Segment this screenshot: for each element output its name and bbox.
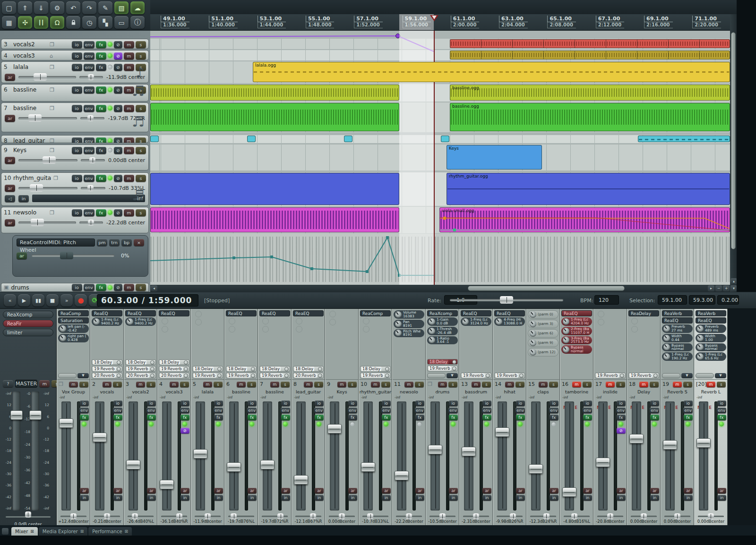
volume-slider[interactable] <box>18 117 77 119</box>
close-envelope-button[interactable]: × <box>134 239 144 246</box>
mute-button[interactable]: m <box>124 105 134 112</box>
mute-button[interactable]: m <box>170 382 179 387</box>
pan-handle[interactable] <box>88 220 94 226</box>
envelope-name-field[interactable]: ReaControlMIDI: Pitch Wheel <box>17 238 95 247</box>
fx-param-knob[interactable]: Bypassnormal <box>561 345 592 354</box>
send-slot[interactable]: 19:Reverb <box>461 373 491 378</box>
strip-name[interactable]: vocals2 <box>124 389 157 395</box>
fx-collapse-bar[interactable] <box>58 373 77 378</box>
io-button[interactable]: io <box>684 400 693 406</box>
io-button[interactable]: io <box>72 137 82 144</box>
master-fader-left[interactable] <box>13 392 20 511</box>
pan-slider[interactable] <box>596 513 624 519</box>
volume-handle[interactable] <box>28 114 42 122</box>
send-knob[interactable] <box>150 374 155 378</box>
send-slot[interactable]: 18:Delay <box>427 359 458 365</box>
strip-name[interactable]: vocals3 <box>158 389 190 395</box>
fx-button[interactable]: fx <box>147 415 156 420</box>
send-slot[interactable]: 18:Delay <box>293 366 324 372</box>
fx-param-knob[interactable]: (parm 0) <box>528 310 558 319</box>
pan-slider[interactable] <box>697 513 725 519</box>
transport-time-display[interactable]: 60.3.00 / 1:59.000 <box>97 294 198 307</box>
media-item[interactable] <box>344 136 352 142</box>
env-button[interactable]: env <box>84 41 95 48</box>
mixer-strip-vocals2[interactable]: ReaEQ1-Freq (Lc9400.2 Hz18:Delay19:Rever… <box>124 309 157 525</box>
track-name[interactable]: drums <box>11 284 45 291</box>
strip-name[interactable]: rhythm_guitar <box>359 389 392 395</box>
volume-fader[interactable] <box>397 401 406 511</box>
fx-button[interactable]: fx <box>717 415 726 420</box>
selection-end-field[interactable]: 59.3.00 <box>689 295 715 305</box>
strip-name[interactable]: newsolo <box>393 389 425 395</box>
solo-button[interactable]: s <box>281 382 290 387</box>
param-mod-button[interactable]: pm <box>97 239 107 246</box>
pan-handle[interactable] <box>473 513 479 519</box>
fx-button[interactable]: fx <box>96 52 106 60</box>
pan-handle[interactable] <box>87 115 94 121</box>
input-button[interactable]: in <box>482 495 491 501</box>
mute-button[interactable]: m <box>606 382 615 387</box>
strip-name[interactable]: drums <box>426 389 459 395</box>
fx-button[interactable]: fx <box>96 41 106 48</box>
mute-button[interactable]: m <box>103 382 112 387</box>
volume-fader[interactable] <box>598 401 608 511</box>
fx-slot[interactable]: ReaComp <box>58 310 89 316</box>
send-knob[interactable] <box>117 360 121 365</box>
io-button[interactable]: io <box>449 400 458 406</box>
vertical-scrollbar[interactable]: ▴ ▾ <box>730 14 737 292</box>
arm-button[interactable]: ar <box>348 488 357 494</box>
metronome-button[interactable]: ✎ <box>98 1 112 14</box>
fader-handle[interactable] <box>395 471 409 480</box>
mute-button[interactable]: m <box>124 175 134 182</box>
fx-button[interactable]: fx <box>382 415 391 420</box>
io-button[interactable]: io <box>617 400 626 406</box>
fx-slot[interactable]: ReaEQ <box>125 310 156 316</box>
strip-name[interactable]: bassline <box>225 389 258 395</box>
mute-button[interactable]: m <box>124 137 134 144</box>
env-button[interactable]: env <box>113 408 122 413</box>
env-button[interactable]: env <box>84 86 95 94</box>
arm-button[interactable]: ar <box>449 488 458 494</box>
mute-button[interactable]: m <box>337 382 346 387</box>
io-button[interactable]: io <box>650 400 659 406</box>
media-item[interactable] <box>450 39 730 48</box>
pan-handle[interactable] <box>708 513 714 519</box>
solo-button[interactable]: s <box>717 382 726 387</box>
arm-button[interactable]: ar <box>684 488 693 494</box>
volume-fader[interactable] <box>330 401 339 511</box>
volume-fader[interactable] <box>699 401 708 511</box>
mixer-strip-hihat[interactable]: ReaEQ4-Freq (Hi13088.0 H19:Reverb14mshih… <box>493 309 526 525</box>
io-button[interactable]: io <box>72 64 82 71</box>
fader-handle[interactable] <box>428 445 442 454</box>
media-item[interactable] <box>638 136 730 142</box>
fx-param-knob[interactable]: Bypassnormal <box>662 343 693 352</box>
fx-button[interactable]: fx <box>214 415 223 420</box>
pan-slider[interactable] <box>227 513 255 519</box>
mute-button[interactable]: m <box>371 382 380 387</box>
strip-name[interactable]: Delay <box>627 389 660 395</box>
mixer-strip-bassline[interactable]: ReaEQ18:Delay19:Reverb7msbassline-infioe… <box>258 309 292 525</box>
volume-fader[interactable] <box>129 401 138 511</box>
mute-button[interactable]: m <box>124 209 134 216</box>
pan-slider[interactable] <box>529 513 557 519</box>
send-slot[interactable]: 19:Reverb <box>92 366 122 372</box>
send-slot[interactable]: 19:Reverb <box>226 373 257 378</box>
send-knob[interactable] <box>486 374 490 378</box>
snap-magnet-button[interactable]: Ω <box>50 16 64 29</box>
env-button[interactable]: env <box>549 408 558 413</box>
solo-button[interactable]: s <box>136 137 146 144</box>
send-knob[interactable] <box>452 366 456 371</box>
io-button[interactable]: io <box>348 400 357 406</box>
fader-handle[interactable] <box>361 462 375 472</box>
arm-button[interactable]: ar <box>214 488 223 494</box>
send-knob[interactable] <box>284 374 289 378</box>
fx-param-knob[interactable]: 3-Freq (Ba2573.0 Hz <box>561 336 592 345</box>
input-button[interactable]: in <box>684 495 693 501</box>
fx-param-knob[interactable]: (parm 12) <box>528 348 558 357</box>
fx-menu-button[interactable]: ▼ <box>77 373 89 378</box>
send-slot[interactable]: 18:Delay <box>259 366 290 372</box>
solo-button[interactable]: s <box>180 382 189 387</box>
fx-collapse-bar[interactable] <box>427 373 446 378</box>
fx-button[interactable]: fx <box>96 175 106 182</box>
arm-button[interactable]: ar <box>113 488 122 494</box>
